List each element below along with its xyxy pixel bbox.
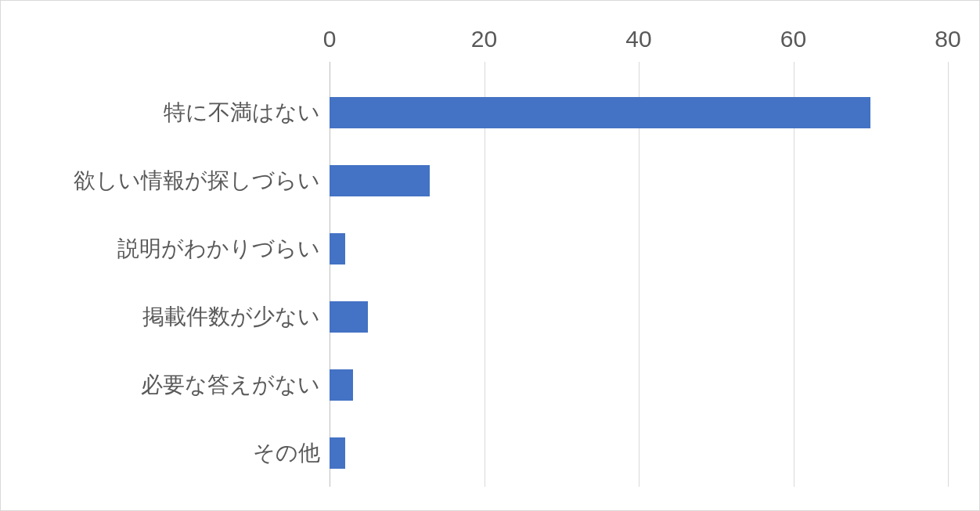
category-label: 特に不満はない [16, 102, 330, 124]
bars-area: 特に不満はない 欲しい情報が探しづらい 説明がわかりづらい 掲載件数が少ない 必… [16, 62, 948, 487]
x-tick-label: 80 [935, 26, 960, 52]
bar [330, 437, 345, 469]
x-tick-label: 40 [625, 26, 651, 52]
plot: 0 20 40 60 80 特に不満はない 欲しい情報が探しづらい 説明がわかり… [16, 15, 948, 487]
gridline [948, 62, 949, 487]
category-label: その他 [16, 442, 330, 464]
bar [330, 369, 353, 401]
bar [330, 233, 345, 264]
category-label: 必要な答えがない [16, 374, 330, 396]
x-tick-label: 0 [323, 26, 337, 52]
x-axis-region: 0 20 40 60 80 [330, 15, 948, 62]
bar [330, 97, 870, 128]
plot-area: 0 20 40 60 80 特に不満はない 欲しい情報が探しづらい 説明がわかり… [16, 15, 948, 487]
bar [330, 301, 368, 333]
category-label: 欲しい情報が探しづらい [16, 170, 330, 192]
bar [330, 165, 430, 196]
chart-frame: 0 20 40 60 80 特に不満はない 欲しい情報が探しづらい 説明がわかり… [0, 0, 980, 511]
category-label: 説明がわかりづらい [16, 238, 330, 260]
bar-region [330, 62, 948, 487]
x-axis: 0 20 40 60 80 [16, 15, 948, 62]
x-tick-label: 20 [471, 26, 497, 52]
category-label: 掲載件数が少ない [16, 306, 330, 328]
x-tick-label: 60 [780, 26, 806, 52]
